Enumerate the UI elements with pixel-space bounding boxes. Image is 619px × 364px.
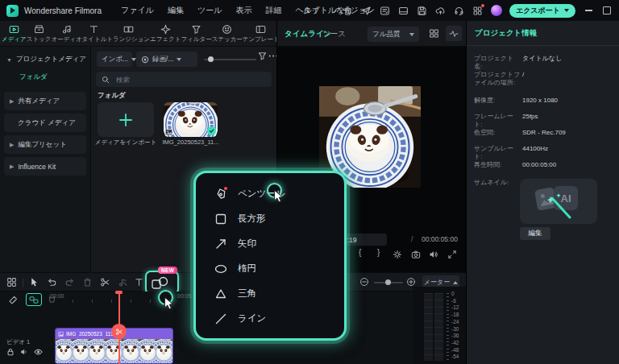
menu-item-line[interactable]: ライン [196, 306, 344, 331]
tab-media[interactable]: メディア [2, 24, 27, 43]
track-mute-icon[interactable] [20, 348, 28, 356]
meter-scale-label: -6 [451, 299, 456, 304]
search-box[interactable] [96, 72, 272, 87]
menu-file[interactable]: ファイル [121, 5, 154, 16]
sidebar-item-cloud-media[interactable]: クラウド メディア [4, 114, 86, 132]
trash-icon[interactable] [343, 5, 354, 16]
thumbnail-preview-card[interactable]: AI [520, 179, 597, 224]
maximize-button[interactable] [601, 5, 613, 16]
toolbar-divider [23, 279, 23, 287]
import-dropdown[interactable]: インポ... [97, 52, 132, 67]
triangle-up-icon [453, 281, 458, 284]
playback-settings-icon[interactable] [393, 250, 402, 259]
tab-stickers[interactable]: ステッカー [212, 24, 243, 43]
redo-icon[interactable] [64, 277, 75, 287]
menu-edit[interactable]: 編集 [168, 5, 184, 16]
tab-transition[interactable]: トランジション [106, 24, 150, 43]
new-badge: NEW [158, 267, 177, 274]
save-icon[interactable] [417, 5, 428, 16]
menu-details[interactable]: 詳細 [265, 5, 281, 16]
tab-source[interactable]: ソース [322, 29, 346, 39]
sidebar-item-folder[interactable]: フォルダ [0, 64, 90, 89]
tab-audio[interactable]: オーディオ [51, 24, 81, 43]
menu-tools[interactable]: ツール [197, 5, 222, 16]
meter-scale-label: -30 [451, 327, 459, 333]
select-tool-icon[interactable] [29, 277, 39, 287]
meter-scale-label: -18 [451, 312, 459, 318]
info-row-file-location: プロジェクトファイルの場所: / [474, 71, 614, 88]
search-input[interactable] [114, 75, 247, 85]
meter-scale-label: -12 [451, 305, 459, 311]
task-list-icon[interactable] [380, 5, 391, 16]
record-dropdown[interactable]: 録画/... [136, 52, 197, 67]
minimize-button[interactable] [583, 5, 594, 16]
undo-icon[interactable] [47, 277, 57, 287]
support-headset-icon[interactable] [454, 5, 465, 16]
apps-grid-icon[interactable] [472, 5, 484, 16]
folder-section-label: フォルダ [98, 91, 126, 101]
share-icon[interactable] [361, 5, 372, 16]
split-scissors-icon[interactable] [100, 277, 110, 287]
zoom-slider-handle[interactable] [385, 279, 391, 285]
tab-title[interactable]: タイトル [82, 24, 107, 43]
search-icon [102, 76, 110, 84]
pen-tool-icon [214, 188, 227, 201]
avatar[interactable] [491, 5, 502, 16]
sidebar-item-edit-presets[interactable]: ▶ 編集プリセット [4, 135, 86, 154]
razor-tool-icon[interactable] [8, 295, 19, 305]
fullscreen-icon[interactable] [447, 250, 457, 259]
meter-bar-left [424, 293, 433, 361]
preview-header: タイムライン ソース フル品質 [276, 21, 466, 47]
media-tabbar: メディア ストック オーディオ タイトル トランジション エフェクト フィルター [0, 21, 276, 47]
triangle-icon [214, 287, 227, 300]
import-media-card[interactable] [98, 102, 154, 137]
snapshot-icon[interactable] [411, 250, 421, 259]
auto-ripple-link-icon[interactable] [26, 293, 42, 306]
mark-in-icon[interactable]: { [359, 248, 361, 257]
filter-icon[interactable] [257, 51, 268, 61]
playhead-handle[interactable] [115, 291, 123, 294]
rectangle-icon [214, 213, 227, 225]
menu-item-rectangle[interactable]: 長方形 [196, 206, 344, 231]
sidebar-item-influence-kit[interactable]: ▶ Influence Kit [4, 157, 86, 176]
multi-view-icon[interactable] [429, 28, 439, 39]
chevron-down-icon [409, 33, 414, 36]
layout-icon[interactable] [398, 5, 409, 16]
edit-thumbnail-button[interactable]: 編集 [520, 227, 550, 240]
meter-bar-right [434, 293, 443, 361]
tab-filters[interactable]: フィルター [181, 24, 211, 43]
menu-item-ellipse[interactable]: 楕円 [196, 256, 344, 281]
menu-item-arrow[interactable]: 矢印 [196, 231, 344, 256]
media-browser-grid-icon[interactable] [6, 277, 17, 287]
magic-wand-icon [542, 192, 575, 221]
sidebar-item-project-media[interactable]: ▼ プロジェクトメディア [0, 47, 90, 64]
export-button[interactable]: エクスポート [509, 4, 575, 18]
chevron-down-icon [177, 58, 181, 61]
zoom-out-icon[interactable] [359, 277, 369, 287]
tab-effects[interactable]: エフェクト [150, 24, 181, 43]
mouse-cursor [273, 189, 285, 203]
text-tool-icon[interactable] [134, 277, 144, 287]
quality-dropdown[interactable]: フル品質 [368, 27, 419, 42]
track-lock-icon[interactable] [6, 348, 15, 356]
delete-icon[interactable] [82, 277, 93, 287]
mark-out-icon[interactable]: } [377, 248, 380, 257]
project-info-title: プロジェクト情報 [475, 28, 537, 39]
track-visibility-icon[interactable] [34, 348, 43, 356]
import-media-label: メディアをインポート [94, 139, 157, 147]
media-thumbnail-label: IMG_20250523_11... [162, 139, 219, 146]
zoom-in-icon[interactable] [406, 277, 416, 287]
slider-handle[interactable] [208, 56, 214, 62]
media-thumbnail[interactable] [164, 102, 218, 137]
menu-view[interactable]: 表示 [235, 5, 251, 16]
sidebar-item-shared-media[interactable]: ▶ 共有メディア [4, 92, 86, 110]
tab-templates[interactable]: テンプレート [243, 24, 280, 43]
cloud-upload-icon[interactable] [435, 5, 447, 16]
audio-detach-icon[interactable] [118, 277, 128, 287]
split-at-playhead-button[interactable] [111, 324, 127, 339]
scopes-icon[interactable] [446, 26, 462, 41]
menu-item-triangle[interactable]: 三角 [196, 281, 344, 306]
time-separator: / [411, 235, 413, 243]
volume-icon[interactable] [429, 250, 438, 259]
tab-stock[interactable]: ストック [27, 24, 52, 43]
